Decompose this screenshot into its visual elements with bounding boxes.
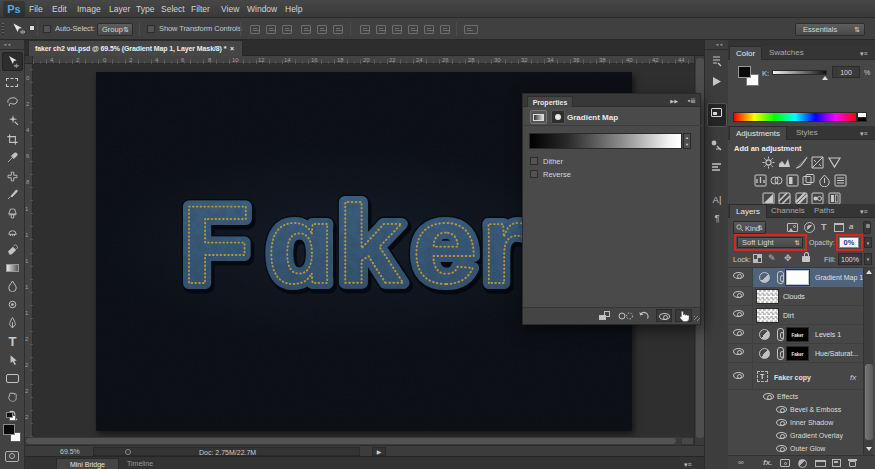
svg-text:F: F bbox=[182, 182, 250, 307]
svg-text:e: e bbox=[412, 182, 478, 307]
svg-text:k: k bbox=[337, 182, 404, 307]
svg-text:r: r bbox=[481, 182, 525, 307]
svg-text:ɑ: ɑ bbox=[267, 182, 335, 307]
